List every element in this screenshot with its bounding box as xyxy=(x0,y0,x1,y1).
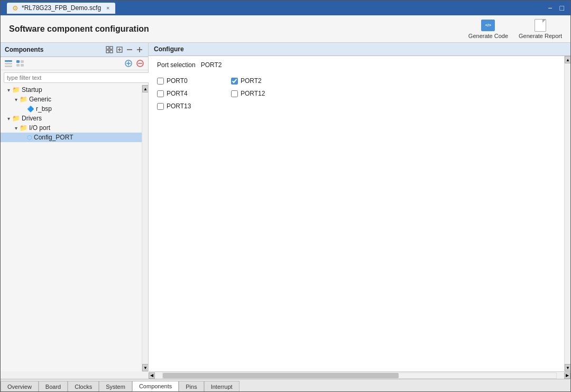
add-icon[interactable] xyxy=(135,45,144,54)
tab-system[interactable]: System xyxy=(99,381,132,391)
add-component-icon[interactable] xyxy=(124,59,133,68)
hscroll-left[interactable]: ◀ xyxy=(149,372,155,379)
config-port-arrow: ▶ xyxy=(20,135,27,141)
r-bsp-label: r_bsp xyxy=(36,105,52,113)
port12-checkbox[interactable] xyxy=(231,90,238,97)
component-list-icon[interactable] xyxy=(4,59,13,68)
remove-icon[interactable] xyxy=(125,45,134,54)
port-selection-value: PORT2 xyxy=(201,61,222,69)
configure-header: Configure xyxy=(149,43,570,56)
svg-rect-2 xyxy=(106,50,109,53)
tab-close-icon[interactable]: × xyxy=(106,5,109,11)
port2-checkbox[interactable] xyxy=(231,78,238,85)
generic-label: Generic xyxy=(29,96,51,103)
tree-item-drivers[interactable]: ▾ 📁 Drivers xyxy=(1,114,142,123)
main-window: ⚙ *RL78G23_FPB_Demo.scfg × − □ Software … xyxy=(0,0,571,392)
tab[interactable]: ⚙ *RL78G23_FPB_Demo.scfg × xyxy=(7,3,115,14)
port-grid: PORT0 PORT2 PORT4 xyxy=(157,77,556,110)
collapse-all-icon[interactable] xyxy=(105,45,114,54)
port0-item[interactable]: PORT0 xyxy=(157,77,220,85)
tree-item-config-port[interactable]: ▶ ⬡ Config_PORT xyxy=(1,133,142,142)
svg-rect-1 xyxy=(110,46,113,49)
generate-report-icon-box xyxy=(533,19,548,32)
expand-all-icon[interactable] xyxy=(115,45,124,54)
svg-rect-14 xyxy=(21,60,24,63)
drivers-arrow: ▾ xyxy=(5,116,12,122)
tab-overview[interactable]: Overview xyxy=(1,381,39,391)
tree-container: ▾ 📁 Startup ▾ 📁 Generic ▶ xyxy=(1,85,142,371)
startup-folder-icon: 📁 xyxy=(12,86,20,94)
svg-rect-11 xyxy=(5,63,12,64)
port2-item[interactable]: PORT2 xyxy=(231,77,294,85)
components-panel-header: Components xyxy=(1,43,148,57)
left-panel-inner: ▾ 📁 Startup ▾ 📁 Generic ▶ xyxy=(1,85,148,371)
hscroll-track[interactable] xyxy=(162,372,557,379)
app-title: Software component configuration xyxy=(9,24,468,34)
io-port-arrow: ▾ xyxy=(12,125,20,131)
maximize-button[interactable]: □ xyxy=(558,4,566,12)
generate-report-label: Generate Report xyxy=(519,33,562,39)
generate-code-icon-box xyxy=(481,19,495,32)
r-bsp-arrow: ▶ xyxy=(20,106,27,112)
filter-input[interactable] xyxy=(4,72,151,83)
horizontal-scrollbar-area: ◀ ▶ xyxy=(149,371,570,379)
port4-item[interactable]: PORT4 xyxy=(157,90,220,97)
tree-item-startup[interactable]: ▾ 📁 Startup xyxy=(1,85,142,95)
port0-checkbox[interactable] xyxy=(157,78,164,85)
title-bar: ⚙ *RL78G23_FPB_Demo.scfg × − □ xyxy=(1,1,570,15)
svg-rect-15 xyxy=(16,64,20,67)
drivers-label: Drivers xyxy=(22,115,42,122)
generate-code-button[interactable]: Generate Code xyxy=(468,19,508,39)
left-scroll-up[interactable]: ▲ xyxy=(142,85,148,92)
port13-item[interactable]: PORT13 xyxy=(157,102,220,110)
remove-component-icon[interactable] xyxy=(135,59,145,68)
hscroll-right[interactable]: ▶ xyxy=(564,372,570,379)
port2-label: PORT2 xyxy=(241,77,262,85)
tab-board[interactable]: Board xyxy=(39,381,68,391)
left-scroll-down[interactable]: ▼ xyxy=(142,364,148,371)
window-controls: − □ xyxy=(546,4,566,12)
app-header: Software component configuration Generat… xyxy=(1,15,570,43)
tab-interrupt[interactable]: Interrupt xyxy=(204,381,240,391)
port12-item[interactable]: PORT12 xyxy=(231,90,294,97)
tab-clocks[interactable]: Clocks xyxy=(68,381,99,391)
startup-arrow: ▾ xyxy=(5,87,12,93)
port4-checkbox[interactable] xyxy=(157,90,164,97)
bottom-tabs: Overview Board Clocks System Components … xyxy=(1,379,570,391)
panel-toolbar xyxy=(1,57,148,70)
tree-item-io-port[interactable]: ▾ 📁 I/O port xyxy=(1,123,142,133)
svg-rect-0 xyxy=(106,46,109,49)
generate-report-button[interactable]: Generate Report xyxy=(519,19,562,39)
right-vscrollbar[interactable]: ▲ ▼ xyxy=(564,56,570,371)
tree-item-generic[interactable]: ▾ 📁 Generic xyxy=(1,95,142,104)
io-port-label: I/O port xyxy=(29,124,50,132)
generic-arrow: ▾ xyxy=(12,97,20,102)
port13-checkbox[interactable] xyxy=(157,103,164,110)
configure-title: Configure xyxy=(154,45,184,53)
generic-folder-icon: 📁 xyxy=(20,96,27,103)
svg-rect-12 xyxy=(5,66,12,67)
right-scroll-down[interactable]: ▼ xyxy=(565,364,570,371)
tab-gear-icon: ⚙ xyxy=(12,4,19,12)
tree-item-r-bsp[interactable]: ▶ 🔷 r_bsp xyxy=(1,104,142,114)
drivers-folder-icon: 📁 xyxy=(12,115,20,122)
port4-label: PORT4 xyxy=(167,90,188,97)
component-tree-icon[interactable] xyxy=(15,59,25,68)
header-actions: Generate Code Generate Report xyxy=(468,19,562,39)
generate-report-icon xyxy=(535,19,546,32)
svg-rect-10 xyxy=(5,60,12,62)
config-port-label: Config_PORT xyxy=(34,134,73,141)
tab-pins[interactable]: Pins xyxy=(179,381,204,391)
left-vscrollbar[interactable]: ▲ ▼ xyxy=(142,85,148,371)
io-port-folder-icon: 📁 xyxy=(20,124,27,132)
port12-label: PORT12 xyxy=(241,90,265,97)
config-port-chip-icon: ⬡ xyxy=(27,134,32,141)
tab-components[interactable]: Components xyxy=(132,381,179,391)
left-panel: Components xyxy=(1,43,149,371)
minimize-button[interactable]: − xyxy=(546,4,554,12)
right-scroll-up[interactable]: ▲ xyxy=(565,56,570,63)
port0-label: PORT0 xyxy=(167,77,188,85)
r-bsp-chip-icon: 🔷 xyxy=(27,106,34,113)
port13-label: PORT13 xyxy=(167,102,191,110)
main-content: Components xyxy=(1,43,570,371)
